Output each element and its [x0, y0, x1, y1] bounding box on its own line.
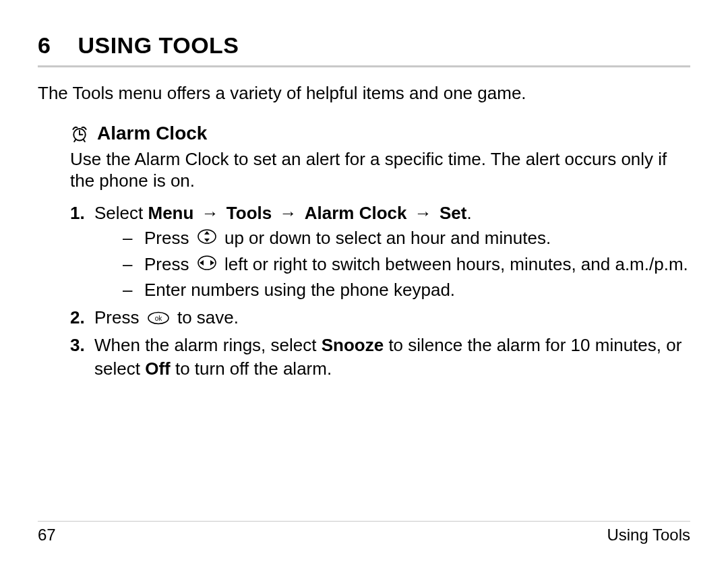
- section-title: Alarm Clock: [97, 123, 207, 144]
- step-text: Select Menu → Tools → Alarm Clock → Set.: [94, 203, 472, 223]
- steps-list: 1. Select Menu → Tools → Alarm Clock → S…: [70, 201, 690, 381]
- text: When the alarm rings, select: [94, 335, 322, 355]
- text: Press: [94, 307, 144, 327]
- step-3: 3. When the alarm rings, select Snooze t…: [70, 334, 690, 381]
- step-2: 2. Press ok to save.: [70, 306, 690, 331]
- bullet-dash: –: [123, 253, 144, 278]
- substep: – Press left or right to switch betw: [123, 253, 690, 278]
- option-snooze: Snooze: [322, 335, 384, 355]
- substep-body: Enter numbers using the phone keypad.: [144, 278, 690, 302]
- substep-body: Press left or right to switch between ho…: [144, 253, 690, 278]
- menu-path-tools: Tools: [226, 203, 272, 223]
- step-1: 1. Select Menu → Tools → Alarm Clock → S…: [70, 201, 690, 304]
- step-number: 1.: [70, 201, 90, 304]
- svg-line-4: [84, 139, 85, 142]
- menu-path-set: Set: [439, 203, 466, 223]
- svg-line-3: [74, 139, 75, 142]
- section-heading: Alarm Clock: [70, 123, 690, 144]
- bullet-dash: –: [123, 278, 144, 302]
- text: to save.: [177, 307, 239, 327]
- text: .: [466, 203, 471, 223]
- text: up or down to select an hour and minutes…: [224, 228, 551, 248]
- step-body: Select Menu → Tools → Alarm Clock → Set.…: [94, 201, 690, 304]
- text: left or right to switch between hours, m…: [224, 254, 688, 274]
- chapter-number: 6: [38, 32, 51, 59]
- page-number: 67: [38, 526, 56, 544]
- substeps-list: – Press up or down to select an hour: [123, 226, 690, 302]
- text: Press: [144, 228, 194, 248]
- nav-leftright-key-icon: [197, 253, 217, 277]
- svg-marker-7: [204, 239, 210, 242]
- substep-body: Press up or down to select an hour and m…: [144, 226, 690, 251]
- section-description: Use the Alarm Clock to set an alert for …: [70, 148, 684, 192]
- option-off: Off: [145, 358, 171, 379]
- svg-marker-10: [210, 260, 214, 266]
- text: Select: [94, 203, 148, 223]
- step-number: 3.: [70, 334, 90, 381]
- nav-updown-key-icon: [197, 227, 217, 251]
- arrow-icon: →: [199, 203, 222, 223]
- ok-key-icon: ok: [147, 307, 170, 331]
- svg-marker-6: [204, 231, 210, 235]
- step-body: When the alarm rings, select Snooze to s…: [94, 334, 690, 381]
- menu-path-alarm-clock: Alarm Clock: [305, 203, 407, 223]
- alarm-clock-icon: [70, 124, 89, 143]
- chapter-intro: The Tools menu offers a variety of helpf…: [38, 82, 690, 105]
- menu-path-menu: Menu: [148, 203, 194, 223]
- step-body: Press ok to save.: [94, 306, 690, 331]
- manual-page: 6 USING TOOLS The Tools menu offers a va…: [0, 0, 728, 562]
- svg-text:ok: ok: [154, 315, 162, 322]
- bullet-dash: –: [123, 226, 144, 251]
- substep: – Press up or down to select an hour: [123, 226, 690, 251]
- chapter-title: USING TOOLS: [78, 32, 239, 59]
- substep: – Enter numbers using the phone keypad.: [123, 278, 690, 302]
- text: to turn off the alarm.: [175, 358, 332, 379]
- footer-section-name: Using Tools: [607, 526, 690, 544]
- arrow-icon: →: [412, 203, 435, 223]
- step-number: 2.: [70, 306, 90, 331]
- page-footer: 67 Using Tools: [38, 521, 690, 544]
- chapter-heading: 6 USING TOOLS: [38, 32, 690, 67]
- text: Press: [144, 254, 194, 274]
- svg-marker-9: [200, 260, 204, 266]
- arrow-icon: →: [277, 203, 300, 223]
